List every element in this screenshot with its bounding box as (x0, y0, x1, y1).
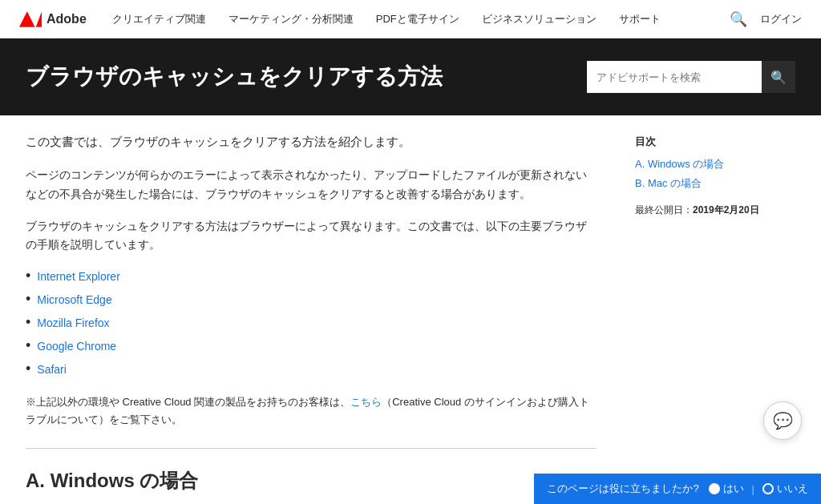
list-item-safari: Safari (26, 361, 597, 377)
logo-text: Adobe (47, 12, 87, 26)
sidebar: 目次 A. Windows の場合 B. Mac の場合 最終公開日：2019年… (635, 135, 795, 504)
yes-label: はい (723, 482, 744, 496)
feedback-bar: このページは役に立ちましたか? はい | いいえ (534, 474, 821, 504)
main-content: この文書では、ブラウザのキャッシュをクリアする方法を紹介します。 ページのコンテ… (26, 135, 597, 504)
date-value: 2019年2月20日 (693, 204, 759, 216)
nav-search-icon[interactable]: 🔍 (730, 10, 747, 28)
link-ie[interactable]: Internet Explorer (37, 270, 120, 283)
nav-item-marketing[interactable]: マーケティング・分析関連 (229, 12, 354, 26)
svg-marker-0 (19, 11, 35, 27)
top-navigation: Adobe クリエイティブ関連 マーケティング・分析関連 PDFと電子サイン ビ… (0, 0, 821, 38)
chat-icon: 💬 (773, 411, 793, 430)
nav-login-link[interactable]: ログイン (760, 12, 802, 26)
feedback-options: はい | いいえ (709, 482, 808, 496)
feedback-no-button[interactable]: いいえ (762, 482, 808, 496)
browser-list: Internet Explorer Microsoft Edge Mozilla… (26, 268, 597, 377)
list-item-firefox: Mozilla Firefox (26, 314, 597, 331)
section-divider (26, 448, 597, 449)
svg-marker-1 (36, 11, 42, 27)
hero-search-button[interactable]: 🔍 (762, 61, 795, 93)
feedback-divider: | (752, 483, 754, 495)
link-firefox[interactable]: Mozilla Firefox (37, 317, 109, 329)
link-edge[interactable]: Microsoft Edge (37, 293, 111, 306)
hero-search-input[interactable] (587, 61, 762, 93)
main-container: この文書では、ブラウザのキャッシュをクリアする方法を紹介します。 ページのコンテ… (0, 115, 821, 504)
note-prefix: ※上記以外の環境や Creative Cloud 関連の製品をお持ちのお客様は、 (26, 396, 350, 408)
list-item-ie: Internet Explorer (26, 268, 597, 284)
body-paragraph-1: ページのコンテンツが何らかのエラーによって表示されなかったり、アップロードしたフ… (26, 166, 597, 204)
nav-item-support[interactable]: サポート (619, 12, 661, 26)
nav-item-creative[interactable]: クリエイティブ関連 (112, 12, 206, 26)
link-chrome[interactable]: Google Chrome (37, 340, 116, 353)
date-label: 最終公開日： (635, 204, 693, 216)
nav-links: クリエイティブ関連 マーケティング・分析関連 PDFと電子サイン ビジネスソリュ… (112, 12, 730, 26)
list-item-edge: Microsoft Edge (26, 291, 597, 308)
link-safari[interactable]: Safari (37, 363, 67, 376)
yes-radio[interactable] (709, 483, 720, 494)
feedback-question: このページは役に立ちましたか? (547, 482, 698, 496)
toc-item-windows: A. Windows の場合 (635, 157, 795, 171)
feedback-yes-button[interactable]: はい (709, 482, 744, 496)
hero-search-box: 🔍 (587, 61, 795, 93)
nav-right: 🔍 ログイン (730, 10, 802, 28)
section-a-title: A. Windows の場合 (26, 468, 597, 494)
note-paragraph: ※上記以外の環境や Creative Cloud 関連の製品をお持ちのお客様は、… (26, 393, 597, 429)
toc-link-mac[interactable]: B. Mac の場合 (635, 177, 702, 189)
toc-item-mac: B. Mac の場合 (635, 176, 795, 191)
chat-button[interactable]: 💬 (763, 401, 802, 440)
adobe-logo[interactable]: Adobe (19, 11, 87, 27)
nav-item-pdf[interactable]: PDFと電子サイン (376, 12, 459, 26)
nav-item-business[interactable]: ビジネスソリューション (482, 12, 597, 26)
sidebar-date: 最終公開日：2019年2月20日 (635, 204, 795, 217)
note-link[interactable]: こちら (350, 396, 382, 408)
toc-title: 目次 (635, 135, 795, 149)
list-item-chrome: Google Chrome (26, 337, 597, 354)
no-radio[interactable] (762, 483, 774, 494)
page-title: ブラウザのキャッシュをクリアする方法 (26, 61, 443, 92)
hero-section: ブラウザのキャッシュをクリアする方法 🔍 (0, 38, 821, 115)
body-paragraph-2: ブラウザのキャッシュをクリアする方法はブラウザーによって異なります。この文書では… (26, 217, 597, 256)
toc-list: A. Windows の場合 B. Mac の場合 (635, 157, 795, 191)
toc-link-windows[interactable]: A. Windows の場合 (635, 158, 724, 170)
intro-paragraph: この文書では、ブラウザのキャッシュをクリアする方法を紹介します。 (26, 135, 597, 150)
no-label: いいえ (777, 482, 808, 496)
